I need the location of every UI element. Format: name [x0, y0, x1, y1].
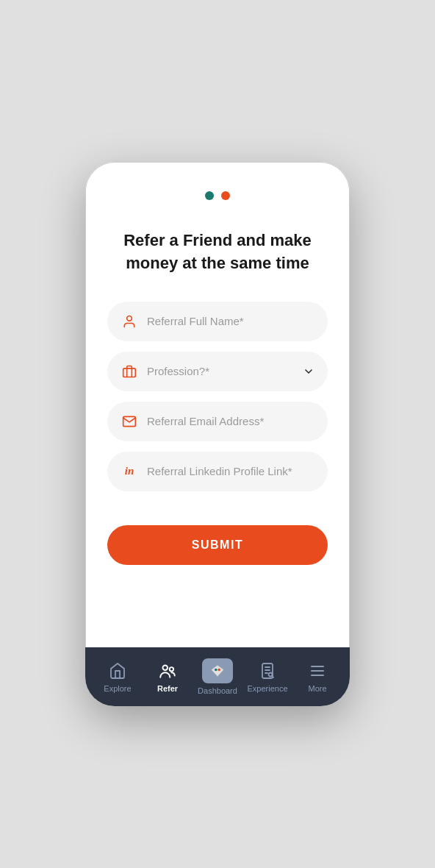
linkedin-icon: in: [121, 463, 138, 480]
main-content: Refer a Friend and make money at the sam…: [85, 162, 350, 647]
svg-rect-1: [123, 368, 136, 377]
form-container: Referral Full Name* Profession?*: [107, 302, 328, 491]
nav-label-refer: Refer: [157, 684, 178, 693]
nav-item-experience[interactable]: Experience: [245, 661, 290, 693]
mail-icon: [121, 413, 138, 430]
profession-field[interactable]: Profession?*: [107, 352, 328, 391]
dot-2: [221, 191, 230, 200]
email-placeholder: Referral Email Address*: [147, 415, 314, 427]
nav-label-dashboard: Dashboard: [198, 686, 237, 695]
nav-item-refer[interactable]: Refer: [145, 661, 190, 693]
svg-point-6: [218, 669, 220, 672]
nav-item-more[interactable]: More: [295, 661, 339, 693]
svg-point-5: [215, 669, 218, 672]
name-placeholder: Referral Full Name*: [147, 315, 314, 327]
svg-point-0: [127, 316, 132, 321]
nav-label-explore: Explore: [104, 684, 131, 693]
nav-label-experience: Experience: [247, 684, 287, 693]
dashboard-icon: [202, 658, 233, 683]
experience-icon: [257, 661, 278, 681]
svg-point-3: [170, 667, 173, 671]
nav-item-explore[interactable]: Explore: [96, 661, 140, 693]
email-field[interactable]: Referral Email Address*: [107, 402, 328, 441]
more-icon: [307, 661, 328, 681]
linkedin-placeholder: Referral Linkedin Profile Link*: [147, 465, 314, 477]
briefcase-icon: [121, 363, 138, 380]
submit-button[interactable]: SUBMIT: [107, 525, 328, 565]
chevron-down-icon: [303, 366, 314, 377]
nav-item-dashboard[interactable]: Dashboard: [195, 658, 240, 695]
person-icon: [121, 313, 138, 330]
profession-placeholder: Profession?*: [147, 365, 294, 377]
linkedin-field[interactable]: in Referral Linkedin Profile Link*: [107, 452, 328, 491]
name-field[interactable]: Referral Full Name*: [107, 302, 328, 341]
phone-frame: Refer a Friend and make money at the sam…: [85, 162, 350, 706]
dot-indicators: [205, 191, 230, 200]
refer-icon: [157, 661, 178, 681]
page-title: Refer a Friend and make money at the sam…: [107, 230, 328, 275]
home-icon: [107, 661, 128, 681]
svg-point-2: [163, 665, 168, 670]
bottom-nav: Explore Refer: [85, 647, 350, 706]
svg-marker-4: [212, 666, 223, 677]
screen: Refer a Friend and make money at the sam…: [85, 162, 350, 706]
nav-label-more: More: [308, 684, 326, 693]
dot-1: [205, 191, 214, 200]
